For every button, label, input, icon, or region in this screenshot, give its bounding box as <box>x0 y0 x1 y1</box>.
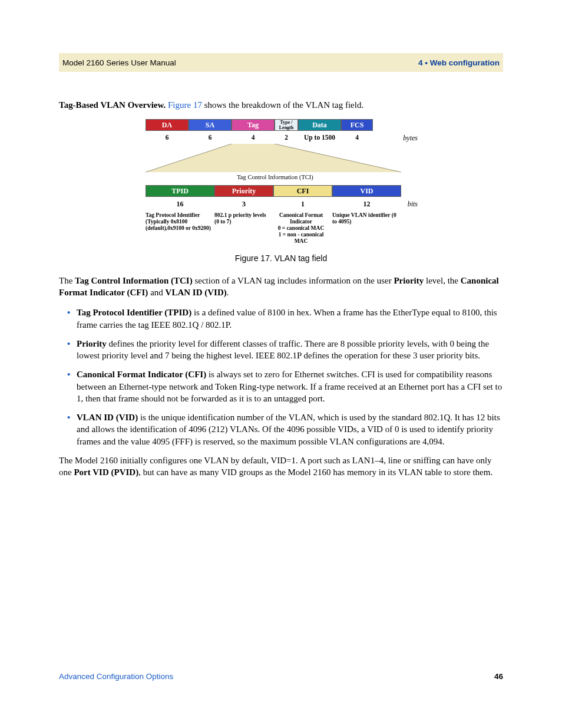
size-fcs: 4 <box>341 133 373 143</box>
box-fcs: FCS <box>341 119 373 131</box>
footer-section: Advanced Configuration Options <box>59 672 173 681</box>
size-vid: 12 <box>332 199 401 209</box>
size-sa: 6 <box>189 133 232 143</box>
tci-sizes: 16 3 1 12 <box>146 199 416 209</box>
list-item: Canonical Format Indicator (CFI) is alwa… <box>59 368 503 404</box>
text-bold: Tag Control Information (TCI) <box>75 276 193 285</box>
box-sa: SA <box>189 119 232 131</box>
figure-vlan-tag-field: DA SA Tag Type / Length Data FCS bytes 6… <box>146 119 416 245</box>
bullet-priority-term: Priority <box>77 339 107 348</box>
box-cfi: CFI <box>273 185 332 197</box>
tci-descriptions: Tag Protocol Identifier (Typically 0x810… <box>146 212 416 245</box>
bullet-vid-term: VLAN ID (VID) <box>77 413 138 422</box>
list-item: Tag Protocol Identifier (TPID) is a defi… <box>59 307 503 331</box>
size-prio: 3 <box>214 199 273 209</box>
size-tag: 4 <box>232 133 275 143</box>
bullet-cfi-term: Canonical Format Indicator (CFI) <box>77 370 206 379</box>
tci-row: TPID Priority CFI VID bits <box>146 185 416 197</box>
tci-label: Tag Control Information (TCI) <box>146 173 405 182</box>
box-tag: Tag <box>232 119 275 131</box>
list-item: VLAN ID (VID) is the unique identificati… <box>59 411 503 447</box>
box-da: DA <box>146 119 189 131</box>
bullet-tpid-term: Tag Protocol Identifier (TPID) <box>77 308 191 317</box>
bytes-label: bytes <box>403 133 418 143</box>
text-bold: Port VID (PVID) <box>74 467 138 477</box>
text: section of a VLAN tag includes informati… <box>193 276 394 285</box>
text: , but can have as many VID groups as the… <box>138 467 492 477</box>
page-number: 46 <box>494 672 503 681</box>
header-right: 4 • Web configuration <box>418 58 500 67</box>
text: and <box>148 288 165 297</box>
size-tpid: 16 <box>146 199 214 209</box>
desc-tpid: Tag Protocol Identifier (Typically 0x810… <box>146 212 211 231</box>
size-da: 6 <box>146 133 189 143</box>
intro-tail: shows the breakdown of the VLAN tag fiel… <box>202 100 363 110</box>
box-type-length: Type / Length <box>275 119 298 131</box>
text: . <box>227 288 229 297</box>
page-header: Model 2160 Series User Manual 4 • Web co… <box>59 53 503 72</box>
bullet-priority-text: defines the priority level for different… <box>77 339 489 360</box>
list-item: Priority defines the priority level for … <box>59 338 503 362</box>
text-bold: VLAN ID (VID) <box>166 288 227 297</box>
text-bold: Priority <box>394 276 424 285</box>
bullet-list: Tag Protocol Identifier (TPID) is a defi… <box>59 307 503 447</box>
intro-paragraph: Tag-Based VLAN Overview. Figure 17 shows… <box>59 99 503 111</box>
final-paragraph: The Model 2160 initially configures one … <box>59 454 503 479</box>
desc-prio: 802.1 p priority levels (0 to 7) <box>214 212 266 225</box>
size-tl: 2 <box>275 133 298 143</box>
text: The <box>59 276 75 285</box>
figure-caption: Figure 17. VLAN tag field <box>59 253 503 264</box>
tag-expansion-connector: Tag Control Information (TCI) <box>146 144 416 178</box>
size-cfi: 1 <box>273 199 332 209</box>
header-left: Model 2160 Series User Manual <box>62 58 176 67</box>
bits-label: bits <box>408 199 418 209</box>
intro-lead: Tag-Based VLAN Overview. <box>59 100 168 110</box>
box-priority: Priority <box>214 185 273 197</box>
text: level, the <box>424 276 460 285</box>
page-footer: Advanced Configuration Options 46 <box>59 672 503 681</box>
figure-17-link[interactable]: Figure 17 <box>168 100 202 110</box>
box-vid: VID <box>332 185 401 197</box>
box-tpid: TPID <box>146 185 214 197</box>
desc-vid: Unique VLAN identifier (0 to 4095) <box>332 212 396 225</box>
box-data: Data <box>298 119 341 131</box>
desc-cfi: Canonical Format Indicator 0 = canonical… <box>278 212 325 244</box>
bullet-vid-text: is the unique identification number of t… <box>77 413 500 446</box>
tci-paragraph: The Tag Control Information (TCI) sectio… <box>59 275 503 299</box>
frame-sizes: 6 6 4 2 Up to 1500 4 <box>146 133 416 143</box>
size-data: Up to 1500 <box>298 133 341 143</box>
frame-row: DA SA Tag Type / Length Data FCS bytes <box>146 119 416 131</box>
svg-marker-0 <box>146 144 401 172</box>
